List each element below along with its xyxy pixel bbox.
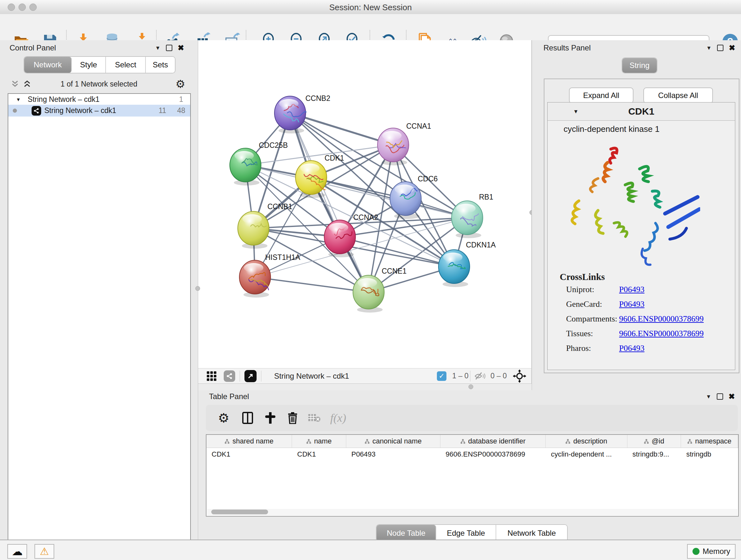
node-label: CCNE1 bbox=[382, 267, 407, 275]
table-cell[interactable]: stringdb:9... bbox=[627, 448, 681, 461]
network-edge[interactable] bbox=[340, 237, 454, 266]
network-collection-row[interactable]: ▼ String Network – cdk1 1 bbox=[8, 94, 190, 105]
table-settings-gear-icon[interactable]: ⚙ bbox=[218, 412, 229, 424]
scrollbar-thumb[interactable] bbox=[211, 509, 268, 514]
show-columns-icon[interactable] bbox=[242, 412, 253, 424]
crosslink-label: Pharos: bbox=[566, 344, 591, 353]
create-column-plus-icon[interactable] bbox=[265, 412, 276, 424]
gene-header[interactable]: ▼ CDK1 bbox=[548, 103, 735, 121]
open-in-window-icon[interactable] bbox=[245, 370, 257, 382]
column-header-database-identifier[interactable]: database identifier bbox=[441, 435, 546, 448]
tab-edge-table[interactable]: Edge Table bbox=[436, 525, 496, 542]
selected-checkbox-icon[interactable]: ✓ bbox=[437, 371, 447, 381]
crosslink-link[interactable]: P06493 bbox=[619, 344, 644, 353]
panel-float-icon[interactable] bbox=[717, 45, 724, 51]
delete-table-icon bbox=[308, 413, 321, 423]
table-cell[interactable]: stringdb bbox=[681, 448, 738, 461]
column-header-@id[interactable]: @id bbox=[627, 435, 681, 448]
crosslink-label: Uniprot: bbox=[566, 285, 594, 294]
table-cell[interactable]: CDK1 bbox=[206, 448, 292, 461]
crosslink-link[interactable]: 9606.ENSP00000378699 bbox=[619, 329, 704, 338]
crosslink-link[interactable]: P06493 bbox=[619, 285, 644, 294]
selected-count: 1 – 0 bbox=[452, 372, 468, 380]
network-node-HIST1H1A[interactable]: HIST1H1A bbox=[239, 253, 300, 298]
node-label: CCNB1 bbox=[267, 202, 292, 211]
crosslinks-section: CrossLinks Uniprot:P06493GeneCard:P06493… bbox=[548, 272, 735, 356]
table-cell[interactable]: 9606.ENSP00000378699 bbox=[441, 448, 546, 461]
memory-label: Memory bbox=[703, 547, 731, 556]
column-header-name[interactable]: name bbox=[292, 435, 346, 448]
network-node-CDC6[interactable]: CDC6 bbox=[390, 175, 438, 219]
table-cell[interactable]: P06493 bbox=[346, 448, 441, 461]
panel-float-icon[interactable] bbox=[717, 393, 723, 400]
collection-label: String Network – cdk1 bbox=[28, 95, 99, 104]
network-node-CCNA1[interactable]: CCNA1 bbox=[378, 122, 431, 165]
column-header-shared-name[interactable]: shared name bbox=[206, 435, 292, 448]
birds-eye-grid-icon[interactable] bbox=[206, 371, 217, 381]
column-header-namespace[interactable]: namespace bbox=[681, 435, 738, 448]
delete-column-trash-icon[interactable] bbox=[287, 412, 298, 424]
node-label: CDK1 bbox=[325, 154, 344, 162]
column-header-canonical-name[interactable]: canonical name bbox=[346, 435, 441, 448]
string-results-container: Expand All Collapse All ▼ CDK1 cyclin-de… bbox=[544, 78, 739, 373]
table-cell[interactable]: CDK1 bbox=[292, 448, 346, 461]
gene-collapse-icon[interactable]: ▼ bbox=[573, 109, 579, 114]
node-label: CDC6 bbox=[418, 175, 438, 183]
hidden-count: 0 – 0 bbox=[490, 372, 507, 380]
fit-crosshair-icon[interactable] bbox=[513, 369, 526, 383]
tab-network-table[interactable]: Network Table bbox=[496, 525, 567, 542]
panel-close-icon[interactable]: ✖ bbox=[178, 44, 184, 52]
network-options-gear-icon[interactable]: ⚙ bbox=[176, 78, 185, 89]
expand-all-button[interactable]: Expand All bbox=[569, 87, 633, 104]
network-edge[interactable] bbox=[290, 113, 368, 292]
tree-collapse-icon[interactable]: ▼ bbox=[16, 97, 21, 102]
crosslink-row: GeneCard:P06493 bbox=[548, 297, 735, 312]
tab-style[interactable]: Style bbox=[72, 57, 106, 73]
control-panel-title: Control Panel bbox=[10, 44, 56, 52]
network-current-dot-icon bbox=[13, 109, 17, 113]
collection-count: 1 bbox=[179, 95, 183, 104]
network-canvas[interactable]: CCNB2CCNA1CDC25BCDK1CDC6RB1CCNB1CCNA2CDK… bbox=[198, 40, 532, 368]
table-cell[interactable]: cyclin-dependent ... bbox=[546, 448, 627, 461]
network-edge[interactable] bbox=[255, 277, 368, 292]
crosslink-link[interactable]: P06493 bbox=[619, 300, 644, 309]
status-bar: ☁ ⚠ Memory bbox=[0, 540, 741, 560]
warnings-button[interactable]: ⚠ bbox=[35, 544, 54, 559]
network-selection-status: 1 of 1 Network selected bbox=[0, 80, 198, 88]
crosslink-row: Compartments:9606.ENSP00000378699 bbox=[548, 312, 735, 326]
tab-node-table[interactable]: Node Table bbox=[377, 525, 436, 542]
vertical-splitter-handle[interactable] bbox=[195, 286, 200, 291]
crosslink-label: Tissues: bbox=[566, 329, 593, 338]
table-horizontal-scrollbar[interactable] bbox=[207, 509, 738, 515]
edge-count: 48 bbox=[177, 106, 185, 115]
table-panel: Table Panel ▼ ✖ ⚙ bbox=[198, 390, 741, 539]
panel-collapse-icon[interactable]: ▼ bbox=[706, 394, 711, 399]
network-node-CDKN1A[interactable]: CDKN1A bbox=[439, 241, 496, 287]
network-row[interactable]: String Network – cdk1 11 48 bbox=[8, 105, 190, 117]
memory-button[interactable]: Memory bbox=[687, 544, 736, 559]
horizontal-splitter-handle[interactable] bbox=[468, 384, 473, 389]
crosslink-row: Uniprot:P06493 bbox=[548, 282, 735, 297]
hidden-eye-slash-icon[interactable] bbox=[475, 372, 485, 381]
table-row[interactable]: CDK1CDK1P064939606.ENSP00000378699cyclin… bbox=[206, 448, 738, 461]
network-node-CCNB2[interactable]: CCNB2 bbox=[274, 94, 330, 133]
crosslink-link[interactable]: 9606.ENSP00000378699 bbox=[619, 314, 704, 324]
panel-close-icon[interactable]: ✖ bbox=[729, 44, 735, 52]
gene-detail-card: ▼ CDK1 cyclin-dependent kinase 1 bbox=[547, 102, 735, 370]
tab-string[interactable]: String bbox=[622, 58, 657, 73]
panel-close-icon[interactable]: ✖ bbox=[729, 393, 735, 400]
panel-collapse-icon[interactable]: ▼ bbox=[155, 45, 160, 51]
panel-collapse-icon[interactable]: ▼ bbox=[706, 45, 712, 51]
column-header-description[interactable]: description bbox=[546, 435, 627, 448]
collapse-all-button[interactable]: Collapse All bbox=[643, 87, 713, 104]
tab-sets[interactable]: Sets bbox=[146, 57, 175, 73]
panel-float-icon[interactable] bbox=[166, 45, 172, 51]
tab-select[interactable]: Select bbox=[106, 57, 146, 73]
network-node-RB1[interactable]: RB1 bbox=[452, 193, 493, 238]
network-node-CDK1[interactable]: CDK1 bbox=[295, 154, 344, 198]
cloud-status-button[interactable]: ☁ bbox=[7, 544, 27, 559]
network-edge[interactable] bbox=[290, 113, 393, 145]
warning-icon: ⚠ bbox=[40, 546, 49, 557]
node-table: shared namenamecanonical namedatabase id… bbox=[206, 434, 739, 516]
tab-network[interactable]: Network bbox=[24, 57, 72, 73]
